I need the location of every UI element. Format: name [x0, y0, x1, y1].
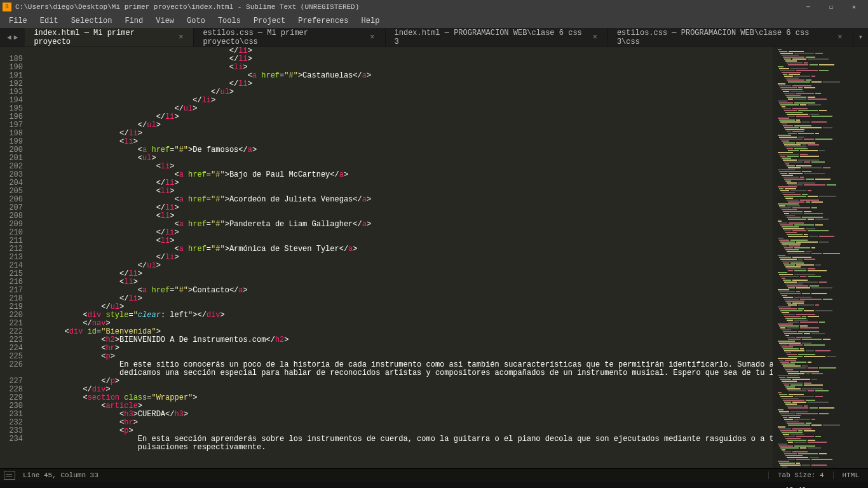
status-selection[interactable]: Line 45, Column 33 — [20, 471, 768, 479]
tab-label: index.html — PROGRAMACION WEB\clase 6 cs… — [395, 29, 587, 46]
code-line[interactable]: </li> — [28, 270, 773, 278]
menu-help[interactable]: Help — [355, 14, 386, 28]
opera-icon[interactable]: O — [62, 482, 93, 488]
status-tabsize[interactable]: Tab Size: 4 — [768, 471, 833, 479]
messenger-icon[interactable]: ➤ — [398, 482, 428, 488]
start-icon[interactable]: ⊞ — [1, 482, 32, 488]
code-line[interactable]: <hr> — [28, 344, 773, 353]
code-line[interactable]: dedicamos una sección especial para habl… — [28, 369, 773, 377]
menu-preferences[interactable]: Preferences — [292, 14, 355, 28]
acrobat-icon[interactable]: A — [428, 482, 459, 488]
code-line[interactable]: </p> — [28, 377, 773, 386]
close-button[interactable]: ✕ — [843, 0, 865, 14]
status-syntax[interactable]: HTML — [833, 471, 868, 479]
file-tab[interactable]: index.html — Mi primer proyecto× — [25, 28, 194, 46]
clock-time: 12:40 a. m. — [785, 485, 831, 488]
whatsapp-icon[interactable]: ✆ — [276, 482, 306, 488]
app-icon-1[interactable]: ▦ — [367, 482, 398, 488]
word-icon[interactable]: W — [93, 482, 123, 488]
taskview-icon[interactable]: ▭ — [32, 482, 62, 488]
code-line[interactable]: <h2>BIENVENIDO A De instrumentos.com</h2… — [28, 336, 773, 344]
status-bar: Line 45, Column 33 Tab Size: 4 HTML — [0, 468, 868, 482]
menu-file[interactable]: File — [3, 14, 34, 28]
tab-nav-arrows[interactable]: ◀▶ — [0, 28, 25, 46]
tab-label: estilos.css — PROGRAMACION WEB\clase 6 c… — [617, 29, 831, 46]
tab-bar: ◀▶ index.html — Mi primer proyecto×estil… — [0, 28, 868, 47]
code-line[interactable]: <div style="clear: left"></div> — [28, 311, 773, 320]
windows-taskbar: ⊞▭OWe🗀✉🎨●✆◉S▦➤AXb 👤 ˄ ᚼ ⛨ ⇅ 🔊 ▭ ESP 12:4… — [0, 482, 868, 488]
mail-icon[interactable]: ✉ — [184, 482, 215, 488]
taskbar-clock[interactable]: 12:40 a. m. 8/3/2019 — [780, 485, 836, 488]
tab-label: estilos.css — Mi primer proyecto\css — [203, 29, 363, 46]
window-title: C:\Users\diego\Desktop\Mi primer proyect… — [15, 3, 797, 11]
tab-close-icon[interactable]: × — [593, 33, 597, 42]
menu-tools[interactable]: Tools — [212, 14, 247, 28]
minimize-button[interactable]: ─ — [797, 0, 820, 14]
tab-close-icon[interactable]: × — [179, 33, 183, 42]
menu-view[interactable]: View — [149, 14, 180, 28]
xampp-icon[interactable]: X — [459, 482, 489, 488]
panel-switcher-icon[interactable] — [4, 471, 15, 480]
code-area[interactable]: </li> </li> <li> <a href="#">Castañuelas… — [27, 47, 773, 468]
code-line[interactable]: pulsaciones respectivamente. — [28, 444, 773, 452]
file-tab[interactable]: estilos.css — Mi primer proyecto\css× — [194, 28, 385, 46]
explorer-icon[interactable]: 🗀 — [154, 482, 184, 488]
code-line[interactable]: </li> — [28, 130, 773, 138]
maximize-button[interactable]: ☐ — [820, 0, 843, 14]
menu-find[interactable]: Find — [118, 14, 149, 28]
menu-goto[interactable]: Goto — [180, 14, 212, 28]
menu-edit[interactable]: Edit — [34, 14, 65, 28]
menu-bar: FileEditSelectionFindViewGotoToolsProjec… — [0, 14, 868, 28]
tab-close-icon[interactable]: × — [837, 33, 842, 42]
menu-project[interactable]: Project — [247, 14, 292, 28]
code-line[interactable]: <h3>CUERDA</h3> — [28, 410, 773, 419]
code-line[interactable]: <hr> — [28, 419, 773, 427]
tab-close-icon[interactable]: × — [370, 33, 374, 42]
window-controls: ─ ☐ ✕ — [797, 0, 865, 14]
sublime-icon[interactable]: S — [337, 482, 367, 488]
line-number-gutter[interactable]: 1891901911921931941951961971981992002012… — [0, 47, 27, 468]
file-tab[interactable]: index.html — PROGRAMACION WEB\clase 6 cs… — [386, 28, 608, 46]
tab-overflow-button[interactable]: ▾ — [853, 28, 869, 46]
action-center-icon[interactable]: 💬 — [836, 482, 867, 488]
app-icon: S — [3, 3, 11, 11]
window-titlebar: S C:\Users\diego\Desktop\Mi primer proye… — [0, 0, 868, 14]
firefox-icon[interactable]: ● — [245, 482, 276, 488]
chrome-icon[interactable]: ◉ — [306, 482, 337, 488]
minimap[interactable] — [773, 47, 868, 468]
file-tab[interactable]: estilos.css — PROGRAMACION WEB\clase 6 c… — [608, 28, 853, 46]
editor: 1891901911921931941951961971981992002012… — [0, 47, 868, 468]
edge-icon[interactable]: e — [123, 482, 154, 488]
tab-label: index.html — Mi primer proyecto — [34, 29, 172, 46]
code-line[interactable]: </li> — [28, 295, 773, 303]
paint-icon[interactable]: 🎨 — [215, 482, 245, 488]
app-icon-2[interactable]: b — [489, 482, 520, 488]
menu-selection[interactable]: Selection — [65, 14, 119, 28]
